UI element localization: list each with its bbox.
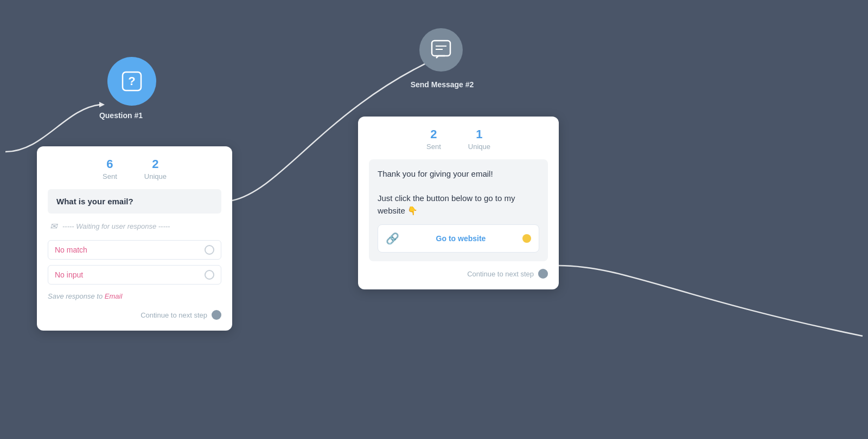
question-card: 6 Sent 2 Unique What is your email? ✉ --… [37,146,232,331]
question-sent-stat: 6 Sent [103,157,117,180]
question-node-label: Question #1 [88,111,154,120]
message-node-icon[interactable] [419,28,463,72]
message-subtext: Just click the button below to go to my … [378,192,539,217]
no-match-label: No match [55,246,87,254]
no-input-label: No input [55,270,83,279]
question-continue-label: Continue to next step [141,311,207,319]
svg-rect-4 [432,41,450,56]
question-continue-dot[interactable] [212,310,221,320]
question-text: What is your email? [48,189,221,214]
no-match-circle[interactable] [205,245,214,255]
question-unique-stat: 2 Unique [144,157,167,180]
message-continue-row: Continue to next step [369,269,548,279]
response-options: No match No input [48,240,221,285]
question-continue-row: Continue to next step [48,310,221,320]
no-input-option[interactable]: No input [48,265,221,285]
message-text: Thank you for giving your email! [378,168,539,180]
message-node-label: Send Message #2 [399,80,486,89]
question-sent-count: 6 [106,157,113,171]
message-continue-label: Continue to next step [467,270,534,278]
question-unique-label: Unique [144,172,167,180]
message-unique-stat: 1 Unique [468,127,490,151]
message-continue-dot[interactable] [538,269,548,279]
message-content: Thank you for giving your email! Just cl… [369,159,548,261]
website-btn-label: Go to website [406,233,516,244]
message-unique-label: Unique [468,143,490,151]
svg-marker-0 [99,102,105,107]
question-stats: 6 Sent 2 Unique [48,157,221,180]
no-input-circle[interactable] [205,270,214,280]
no-match-option[interactable]: No match [48,240,221,260]
question-unique-count: 2 [152,157,158,171]
waiting-text: ----- Waiting for user response ----- [62,222,170,230]
svg-text:?: ? [128,74,135,88]
link-icon: 🔗 [386,230,399,247]
email-icon: ✉ [50,221,57,231]
question-node-icon[interactable]: ? [107,57,156,106]
message-card: 2 Sent 1 Unique Thank you for giving you… [358,117,559,289]
email-input-row: ✉ ----- Waiting for user response ----- [48,221,221,231]
message-stats: 2 Sent 1 Unique [369,127,548,151]
website-yellow-dot [522,234,531,243]
message-sent-stat: 2 Sent [426,127,441,151]
message-sent-count: 2 [430,127,437,141]
website-button[interactable]: 🔗 Go to website [378,224,539,253]
message-unique-count: 1 [476,127,482,141]
save-response: Save response to Email [48,292,221,300]
question-sent-label: Sent [103,172,117,180]
message-sent-label: Sent [426,143,441,151]
